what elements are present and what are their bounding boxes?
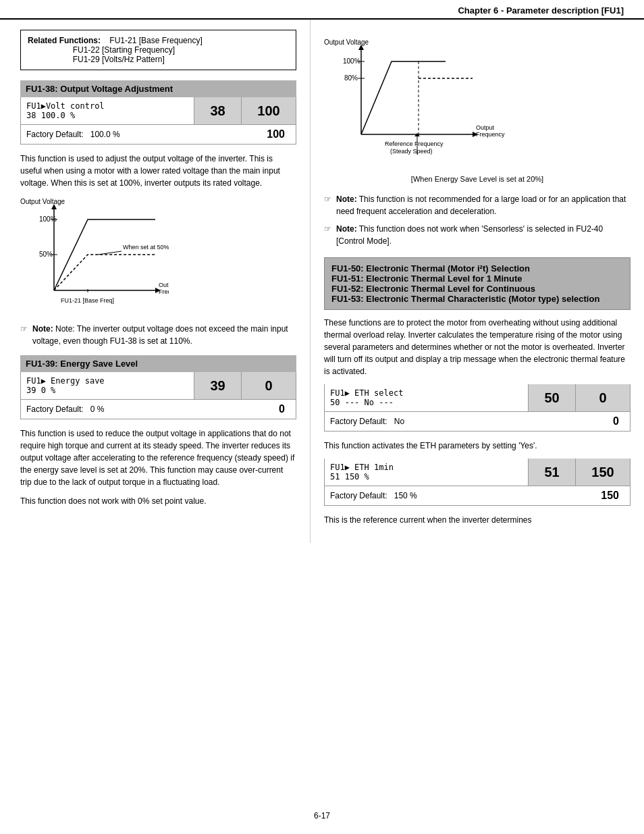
energy-save-chart-svg: Output Voltage 100% 80%	[324, 36, 506, 172]
related-functions-box: Related Functions: FU1-21 [Base Frequenc…	[20, 30, 296, 70]
fu1-38-body: This function is used to adjust the outp…	[20, 153, 296, 189]
page-header: Chapter 6 - Parameter description [FU1]	[0, 0, 644, 20]
chapter-title: Chapter 6 - Parameter description [FU1]	[458, 5, 624, 16]
fu1-39-body2: This function does not work with 0% set …	[20, 495, 296, 507]
svg-text:When set at 50%: When set at 50%	[123, 244, 169, 251]
fu1-38-factory: Factory Default: 100.0 % 100	[20, 125, 296, 145]
content-area: Related Functions: FU1-21 [Base Frequenc…	[0, 20, 644, 543]
fu1-38-note: Note: Note: The inverter output voltage …	[20, 323, 296, 347]
fu1-38-header: FU1-38: Output Voltage Adjustment	[20, 80, 296, 97]
svg-text:Reference Frequency: Reference Frequency	[385, 140, 444, 147]
fu1-50-factory-label: Factory Default: No	[330, 417, 570, 426]
fu1-50-factory: Factory Default: No 0	[324, 412, 630, 432]
fu1-39-header: FU1-39: Energy Save Level	[20, 355, 296, 372]
fu1-51-factory-label: Factory Default: 150 %	[330, 491, 570, 500]
energy-save-caption: [When Energy Save Level is set at 20%]	[324, 175, 630, 183]
fu1-50-num: 50	[529, 384, 576, 411]
fu1-50-display: FU1▶ ETH select 50 --- No --- 50 0	[324, 384, 630, 412]
fu1-50-body: These functions are to protect the motor…	[324, 317, 630, 377]
fu1-51-display-text: FU1▶ ETH 1min 51 150 %	[325, 459, 529, 486]
svg-text:(Steady Speed): (Steady Speed)	[390, 148, 433, 155]
fu1-50-factory-val: 0	[570, 415, 624, 427]
fu1-51-line2: 51 150 %	[330, 472, 369, 481]
fu1-39-line2: 39 0 %	[26, 386, 55, 395]
fu1-39-title: FU1-39: Energy Save Level	[26, 359, 138, 369]
page-number: 6-17	[314, 811, 330, 820]
fu1-38-val: 100	[242, 97, 296, 124]
fu1-38-factory-val: 100	[236, 128, 290, 140]
energy-save-chart: Output Voltage 100% 80%	[324, 36, 630, 183]
fu1-38-title: FU1-38: Output Voltage Adjustment	[26, 84, 173, 94]
svg-text:Frequency: Frequency	[159, 288, 169, 295]
fu1-39-line1: FU1▶ Energy save	[26, 376, 105, 386]
svg-text:Frequency: Frequency	[476, 131, 505, 138]
svg-text:FU1-21 [Base Freq]: FU1-21 [Base Freq]	[61, 297, 114, 304]
right-note-2: Note: This function does not work when '…	[324, 223, 630, 247]
left-column: Related Functions: FU1-21 [Base Frequenc…	[0, 20, 311, 543]
fu1-39-display-text: FU1▶ Energy save 39 0 %	[21, 372, 194, 399]
page-footer: 6-17	[0, 804, 644, 827]
fu1-38-display-text: FU1▶Volt control 38 100.0 %	[21, 97, 194, 124]
fu1-50-title: FU1-50: Electronic Thermal (Motor i²t) S…	[331, 263, 599, 304]
fu1-50-section-header: FU1-50: Electronic Thermal (Motor i²t) S…	[324, 257, 630, 310]
fu1-51-factory-val: 150	[570, 490, 624, 502]
fu1-38-num: 38	[194, 97, 242, 124]
fu1-50-activation-body: This function activates the ETH paramete…	[324, 440, 630, 452]
fu1-51-display: FU1▶ ETH 1min 51 150 % 51 150	[324, 459, 630, 486]
fu1-38-line2: 38 100.0 %	[26, 111, 75, 120]
fu1-50-line1: FU1▶ ETH select	[330, 388, 403, 398]
right-column: Output Voltage 100% 80%	[311, 20, 644, 543]
fu1-39-factory-val: 0	[236, 403, 290, 415]
fu1-50-val: 0	[576, 384, 630, 411]
fu1-39-body1: This function is used to reduce the outp…	[20, 427, 296, 488]
fu1-39-display: FU1▶ Energy save 39 0 % 39 0	[20, 372, 296, 400]
fu1-38-chart-svg: Output Voltage 100% 50%	[20, 196, 169, 311]
svg-text:100%: 100%	[343, 57, 360, 65]
svg-text:80%: 80%	[344, 74, 358, 82]
fu1-51-num: 51	[529, 459, 576, 486]
fu1-51-body: This is the reference current when the i…	[324, 514, 630, 526]
svg-text:Output: Output	[159, 282, 169, 288]
fu1-38-line1: FU1▶Volt control	[26, 101, 105, 111]
fu1-50-line2: 50 --- No ---	[330, 398, 394, 407]
fu1-51-line1: FU1▶ ETH 1min	[330, 463, 394, 472]
fu1-39-val: 0	[242, 372, 296, 399]
svg-text:Output Voltage: Output Voltage	[324, 38, 369, 46]
related-functions-label: Related Functions:	[28, 36, 101, 45]
svg-text:Output Voltage: Output Voltage	[20, 198, 65, 205]
fu1-50-display-text: FU1▶ ETH select 50 --- No ---	[325, 384, 529, 411]
fu1-51-val: 150	[576, 459, 630, 486]
fu1-38-factory-label: Factory Default: 100.0 %	[26, 130, 236, 139]
svg-text:Output: Output	[476, 124, 495, 131]
fu1-39-factory: Factory Default: 0 % 0	[20, 400, 296, 419]
right-note-1: Note: This function is not recommended f…	[324, 193, 630, 217]
page: Chapter 6 - Parameter description [FU1] …	[0, 0, 644, 834]
fu1-38-display: FU1▶Volt control 38 100.0 % 38 100	[20, 97, 296, 125]
fu1-51-factory: Factory Default: 150 % 150	[324, 486, 630, 506]
fu1-39-num: 39	[194, 372, 242, 399]
fu1-38-chart: Output Voltage 100% 50%	[20, 196, 296, 313]
fu1-39-factory-label: Factory Default: 0 %	[26, 405, 236, 414]
